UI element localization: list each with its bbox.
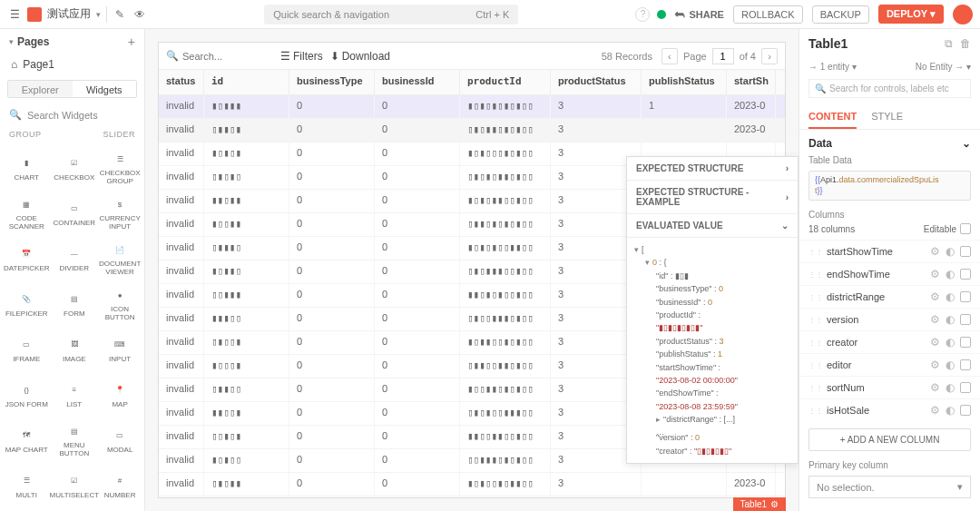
column-checkbox[interactable] [960,337,971,348]
drag-icon[interactable]: ⋮⋮ [808,248,823,256]
property-title[interactable]: Table1 [808,36,848,51]
widget-code-scanner[interactable]: ▦CODE SCANNER [4,192,50,235]
widget-divider[interactable]: —DIVIDER [50,237,100,280]
evaluated-value-header[interactable]: EVALUATED VALUE⌄ [627,214,798,238]
widget-datepicker[interactable]: 📅DATEPICKER [4,237,50,280]
help-icon[interactable]: ? [635,7,650,22]
widget-currency-input[interactable]: $CURRENCY INPUT [99,192,141,235]
rollback-button[interactable]: ROLLBACK [733,5,803,24]
visibility-icon[interactable]: ◐ [946,359,955,371]
widget-list[interactable]: ≡LIST [50,373,100,417]
widget-chart[interactable]: ▮CHART [4,146,50,190]
drag-icon[interactable]: ⋮⋮ [808,407,823,415]
visibility-icon[interactable]: ◐ [946,381,955,394]
delete-icon[interactable]: 🗑 [960,37,971,50]
tab-content[interactable]: CONTENT [808,105,857,129]
visibility-icon[interactable]: ◐ [946,268,955,280]
table-row[interactable]: invalid▯▮▯▮▮00▮▯▮▯▯▮▯▮▮▯▯32023-0 [159,473,785,496]
edit-icon[interactable]: ✎ [113,7,127,22]
widget-checkbox-group[interactable]: ☰CHECKBOX GROUP [99,146,141,190]
entity-right[interactable]: No Entity → ▾ [916,62,971,72]
property-search[interactable]: 🔍 Search for controls, labels etc [808,79,971,98]
column-row-creator[interactable]: ⋮⋮creator⚙◐ [799,330,980,353]
column-checkbox[interactable] [960,359,971,370]
drag-icon[interactable]: ⋮⋮ [808,339,823,347]
column-row-version[interactable]: ⋮⋮version⚙◐ [799,308,980,330]
settings-icon[interactable]: ⚙ [930,290,940,303]
settings-icon[interactable]: ⚙ [930,245,940,258]
settings-icon[interactable]: ⚙ [930,359,940,371]
widget-map[interactable]: 📍MAP [99,373,141,417]
widget-menu-button[interactable]: ▤MENU BUTTON [50,418,100,462]
column-row-sortnum[interactable]: ⋮⋮sortNum⚙◐ [799,376,980,398]
entity-left[interactable]: → 1 entity ▾ [808,62,857,72]
pager-prev[interactable]: ‹ [662,48,678,64]
column-checkbox[interactable] [960,246,971,257]
drag-icon[interactable]: ⋮⋮ [808,316,823,324]
page-item-page1[interactable]: ⌂ Page1 [0,54,144,74]
add-page-icon[interactable]: + [128,34,135,49]
th-businesstype[interactable]: businessType [289,70,375,94]
drag-icon[interactable]: ⋮⋮ [808,270,823,279]
column-row-ishotsale[interactable]: ⋮⋮isHotSale⚙◐ [799,398,980,421]
drag-icon[interactable]: ⋮⋮ [808,384,823,392]
column-checkbox[interactable] [960,269,971,280]
tab-explorer[interactable]: Explorer [8,81,73,97]
drag-icon[interactable]: ⋮⋮ [808,361,823,369]
deploy-button[interactable]: DEPLOY ▾ [878,5,944,24]
th-startsh[interactable]: startSh [727,70,776,94]
widget-filepicker[interactable]: 📎FILEPICKER [4,282,50,326]
visibility-icon[interactable]: ◐ [946,404,955,417]
section-data[interactable]: Data⌄ [799,130,980,153]
pages-collapse-icon[interactable]: ▾ [9,37,14,46]
widget-number[interactable]: #NUMBER [99,464,141,507]
omnibox[interactable]: Quick search & navigation Ctrl + K [264,5,518,25]
widget-form[interactable]: ▤FORM [50,282,100,326]
visibility-icon[interactable]: ◐ [946,290,955,303]
column-checkbox[interactable] [960,314,971,325]
pager-current[interactable] [712,48,734,64]
share-button[interactable]: ⮪ SHARE [675,9,724,20]
editable-checkbox[interactable] [960,223,971,234]
expected-structure-example-header[interactable]: EXPECTED STRUCTURE - EXAMPLE› [627,181,798,214]
settings-icon[interactable]: ⚙ [930,381,940,394]
column-checkbox[interactable] [960,291,971,302]
widget-input[interactable]: ⌨INPUT [99,328,141,371]
avatar[interactable] [953,5,973,25]
widget-multi[interactable]: ☰MULTI [4,464,50,507]
canvas[interactable]: 🔍 ☰Filters ⬇Download 58 Records ‹ Page o… [145,29,799,511]
drag-icon[interactable]: ⋮⋮ [808,293,823,301]
search-widgets-input[interactable]: 🔍 Search Widgets [0,103,144,126]
backup-button[interactable]: BACKUP [812,5,869,24]
widget-multiselect[interactable]: ☑MULTISELECT [50,464,100,507]
eye-icon[interactable]: 👁 [132,7,147,22]
widget-map-chart[interactable]: 🗺MAP CHART [4,418,50,462]
visibility-icon[interactable]: ◐ [946,313,955,326]
visibility-icon[interactable]: ◐ [946,245,955,258]
th-publishstatus[interactable]: publishStatus [642,70,727,94]
column-row-districtrange[interactable]: ⋮⋮districtRange⚙◐ [799,285,980,308]
table-search[interactable]: 🔍 [166,50,273,62]
widget-iframe[interactable]: ▭IFRAME [4,328,50,371]
column-row-editor[interactable]: ⋮⋮editor⚙◐ [799,353,980,376]
th-productstatus[interactable]: productStatus [551,70,642,94]
table-search-input[interactable] [182,51,273,62]
visibility-icon[interactable]: ◐ [946,336,955,349]
table-row[interactable]: invalid▮▯▮▮▮00▮▯▮▯▮▯▮▯▮▯▯312023-0 [159,95,785,119]
widget-container[interactable]: ▭CONTAINER [50,192,100,235]
pager-next[interactable]: › [761,48,778,64]
widget-checkbox[interactable]: ☑CHECKBOX [50,146,100,190]
widget-icon-button[interactable]: ●ICON BUTTON [99,282,141,326]
th-id[interactable]: id [204,70,289,94]
add-column-button[interactable]: + ADD A NEW COLUMN [808,428,971,451]
tab-widgets[interactable]: Widgets [73,81,137,97]
copy-icon[interactable]: ⧉ [945,37,953,50]
settings-icon[interactable]: ⚙ [930,404,940,417]
settings-icon[interactable]: ⚙ [930,268,940,280]
settings-icon[interactable]: ⚙ [930,313,940,326]
app-dropdown-icon[interactable]: ▾ [96,10,101,19]
widget-tag[interactable]: Table1⚙ [733,497,786,511]
tab-style[interactable]: STYLE [871,105,903,129]
expected-structure-header[interactable]: EXPECTED STRUCTURE› [627,157,798,181]
column-checkbox[interactable] [960,382,971,393]
